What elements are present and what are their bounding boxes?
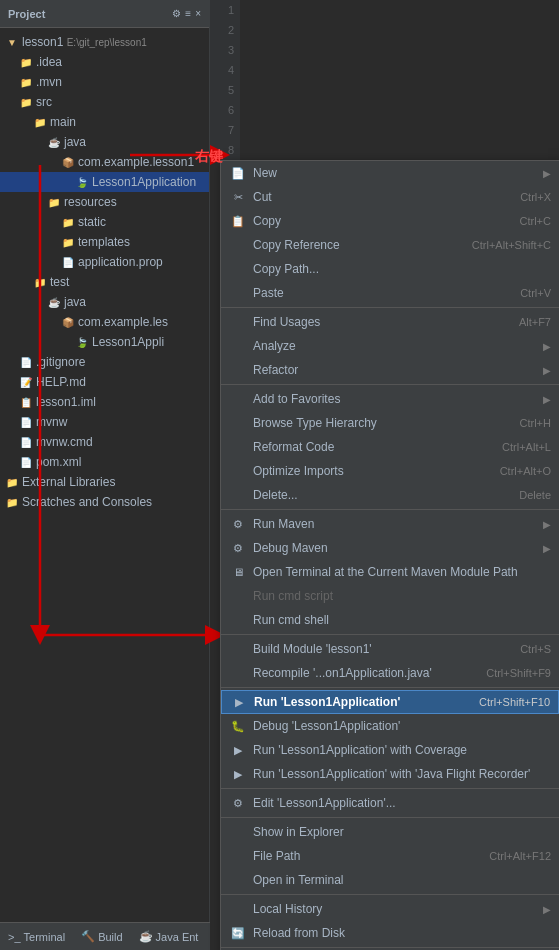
tree-item-lesson1.iml[interactable]: 📋lesson1.iml (0, 392, 209, 412)
tree-item-mvnw.cmd[interactable]: 📄mvnw.cmd (0, 432, 209, 452)
menu-item-build-module[interactable]: Build Module 'lesson1'Ctrl+S (221, 637, 559, 661)
line-number-7: 7 (210, 120, 240, 140)
menu-item-browse-hierarchy[interactable]: Browse Type HierarchyCtrl+H (221, 411, 559, 435)
menu-shortcut-browse-hierarchy: Ctrl+H (520, 417, 551, 429)
menu-item-find-usages[interactable]: Find UsagesAlt+F7 (221, 310, 559, 334)
menu-item-new[interactable]: 📄New▶ (221, 161, 559, 185)
tree-item-main[interactable]: 📁main (0, 112, 209, 132)
menu-item-paste[interactable]: PasteCtrl+V (221, 281, 559, 305)
tree-item-com.example.les[interactable]: 📦com.example.les (0, 312, 209, 332)
tree-label-java2: java (64, 295, 86, 309)
tree-item-mvnw[interactable]: 📄mvnw (0, 412, 209, 432)
tree-icon-gitignore: 📄 (18, 354, 34, 370)
menu-item-copy[interactable]: 📋CopyCtrl+C (221, 209, 559, 233)
tree-item-java2[interactable]: ☕java (0, 292, 209, 312)
menu-item-debug-app[interactable]: 🐛Debug 'Lesson1Application' (221, 714, 559, 738)
file-tree: ▼lesson1 E:\git_rep\lesson1📁.idea📁.mvn📁s… (0, 28, 209, 516)
tree-item-java[interactable]: ☕java (0, 132, 209, 152)
menu-item-edit-config[interactable]: ⚙Edit 'Lesson1Application'... (221, 791, 559, 815)
menu-item-refactor[interactable]: Refactor▶ (221, 358, 559, 382)
build-tab[interactable]: 🔨 Build (73, 926, 130, 947)
line-number-6: 6 (210, 100, 240, 120)
menu-label-debug-maven: Debug Maven (253, 541, 539, 555)
tree-item-test[interactable]: 📁test (0, 272, 209, 292)
menu-shortcut-find-usages: Alt+F7 (519, 316, 551, 328)
menu-icon-run-maven: ⚙ (229, 515, 247, 533)
menu-label-run-coverage: Run 'Lesson1Application' with Coverage (253, 743, 551, 757)
tree-item-mvn[interactable]: 📁.mvn (0, 72, 209, 92)
gear-icon[interactable]: ⚙ (172, 8, 181, 19)
menu-icon-debug-app: 🐛 (229, 717, 247, 735)
java-ent-tab[interactable]: ☕ Java Ent (131, 926, 207, 947)
menu-label-cut: Cut (253, 190, 512, 204)
menu-item-copy-reference[interactable]: Copy ReferenceCtrl+Alt+Shift+C (221, 233, 559, 257)
tree-item-com.example.lesson1[interactable]: 📦com.example.lesson1 (0, 152, 209, 172)
layout-icon[interactable]: ≡ (185, 8, 191, 19)
menu-icon-cut: ✂ (229, 188, 247, 206)
tree-item-resources[interactable]: 📁resources (0, 192, 209, 212)
tree-item-HELP.md[interactable]: 📝HELP.md (0, 372, 209, 392)
tree-icon-external-libs: 📁 (4, 474, 20, 490)
menu-item-reload-disk[interactable]: 🔄Reload from Disk (221, 921, 559, 945)
menu-item-delete[interactable]: Delete...Delete (221, 483, 559, 507)
menu-item-add-to-fav[interactable]: Add to Favorites▶ (221, 387, 559, 411)
menu-arrow-analyze: ▶ (543, 341, 551, 352)
menu-item-file-path[interactable]: File PathCtrl+Alt+F12 (221, 844, 559, 868)
tree-item-lesson1[interactable]: ▼lesson1 E:\git_rep\lesson1 (0, 32, 209, 52)
tree-item-src[interactable]: 📁src (0, 92, 209, 112)
tree-item-templates[interactable]: 📁templates (0, 232, 209, 252)
menu-icon-open-terminal (229, 871, 247, 889)
menu-item-run-coverage[interactable]: ▶Run 'Lesson1Application' with Coverage (221, 738, 559, 762)
tree-label-external-libs: External Libraries (22, 475, 115, 489)
menu-item-show-explorer[interactable]: Show in Explorer (221, 820, 559, 844)
tree-icon-test: 📁 (32, 274, 48, 290)
menu-item-run-cmd-shell[interactable]: Run cmd shell (221, 608, 559, 632)
menu-item-copy-path[interactable]: Copy Path... (221, 257, 559, 281)
menu-label-optimize: Optimize Imports (253, 464, 492, 478)
terminal-tab[interactable]: >_ Terminal (0, 927, 73, 947)
tree-item-scratches[interactable]: 📁Scratches and Consoles (0, 492, 209, 512)
menu-item-optimize[interactable]: Optimize ImportsCtrl+Alt+O (221, 459, 559, 483)
menu-item-recompile[interactable]: Recompile '...on1Application.java'Ctrl+S… (221, 661, 559, 685)
menu-icon-new: 📄 (229, 164, 247, 182)
tree-icon-templates: 📁 (60, 234, 76, 250)
tree-label-com.example.lesson1: com.example.lesson1 (78, 155, 194, 169)
menu-item-run-app[interactable]: ▶Run 'Lesson1Application'Ctrl+Shift+F10 (221, 690, 559, 714)
line-number-3: 3 (210, 40, 240, 60)
close-icon[interactable]: × (195, 8, 201, 19)
terminal-icon: >_ (8, 931, 21, 943)
menu-label-refactor: Refactor (253, 363, 539, 377)
tree-item-pom.xml[interactable]: 📄pom.xml (0, 452, 209, 472)
tree-label-Lesson1Application: Lesson1Application (92, 175, 196, 189)
menu-item-reformat[interactable]: Reformat CodeCtrl+Alt+L (221, 435, 559, 459)
tree-item-external-libs[interactable]: 📁External Libraries (0, 472, 209, 492)
tree-icon-pom.xml: 📄 (18, 454, 34, 470)
tree-item-Lesson1Application[interactable]: 🍃Lesson1Application (0, 172, 209, 192)
line-number-1: 1 (210, 0, 240, 20)
tree-item-gitignore[interactable]: 📄.gitignore (0, 352, 209, 372)
menu-icon-recompile (229, 664, 247, 682)
tree-item-static[interactable]: 📁static (0, 212, 209, 232)
tree-label-idea: .idea (36, 55, 62, 69)
menu-label-edit-config: Edit 'Lesson1Application'... (253, 796, 551, 810)
menu-label-find-usages: Find Usages (253, 315, 511, 329)
menu-item-cut[interactable]: ✂CutCtrl+X (221, 185, 559, 209)
menu-icon-local-history (229, 900, 247, 918)
menu-icon-edit-config: ⚙ (229, 794, 247, 812)
tree-label-mvnw: mvnw (36, 415, 67, 429)
tree-item-Lesson1Appli[interactable]: 🍃Lesson1Appli (0, 332, 209, 352)
menu-item-run-maven[interactable]: ⚙Run Maven▶ (221, 512, 559, 536)
menu-shortcut-build-module: Ctrl+S (520, 643, 551, 655)
menu-icon-show-explorer (229, 823, 247, 841)
menu-item-local-history[interactable]: Local History▶ (221, 897, 559, 921)
menu-label-analyze: Analyze (253, 339, 539, 353)
menu-item-open-terminal-maven[interactable]: 🖥Open Terminal at the Current Maven Modu… (221, 560, 559, 584)
tree-item-application.prop[interactable]: 📄application.prop (0, 252, 209, 272)
editor-gutter: 12345678 (210, 0, 240, 160)
menu-item-run-flight[interactable]: ▶Run 'Lesson1Application' with 'Java Fli… (221, 762, 559, 786)
menu-item-debug-maven[interactable]: ⚙Debug Maven▶ (221, 536, 559, 560)
menu-item-open-terminal[interactable]: Open in Terminal (221, 868, 559, 892)
tree-item-idea[interactable]: 📁.idea (0, 52, 209, 72)
menu-item-analyze[interactable]: Analyze▶ (221, 334, 559, 358)
tree-icon-java: ☕ (46, 134, 62, 150)
